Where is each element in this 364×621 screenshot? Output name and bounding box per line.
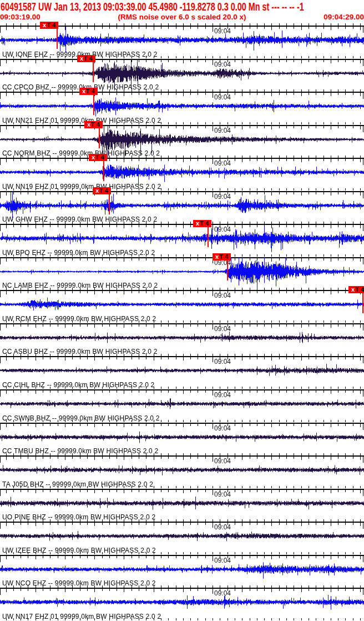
time-grid-label: 09:04 [214, 557, 231, 564]
time-grid-label: 09:04 [214, 27, 231, 35]
arrival-pick-line[interactable] [227, 261, 228, 281]
trace-panel-nn17: 09:04UW NN17 EHZ 01 99999.0km BW HIGHPAS… [0, 588, 364, 621]
trace-panel-cpco: 09:04CC CPCO BHZ -- 99999.0km BW HIGHPAS… [0, 59, 364, 92]
arrival-pick-line[interactable] [93, 62, 94, 82]
station-label: UW NCO EHZ -- 99999.0km BW HIGHPASS 2.0 … [2, 579, 156, 587]
trace-panel-nn21: 09:04UW NN21 EHZ 01 99999.0km BW HIGHPAS… [0, 92, 364, 125]
station-label: CC CIHL BHZ -- 99999.0km BW HIGHPASS 2.0… [2, 381, 154, 389]
station-label: UW BPO EHZ -- 99999.0km BW HIGHPASS 2.0 … [2, 249, 155, 257]
station-label: UO PINE BHZ -- 99999.0km BW HIGHPASS 2.0… [2, 513, 155, 521]
station-label: UW IZEE BHZ -- 99999.0km BW HIGHPASS 2.0… [2, 547, 156, 554]
trace-panel-ghw: 09:04UW GHW EHZ -- 99999.0km BW HIGHPASS… [0, 191, 364, 224]
flag-text-rest: T 4 [91, 121, 100, 128]
header: 60491587 UW Jan 13, 2013 09:03:39.00 45.… [0, 0, 364, 22]
trace-panel-swnb: 09:04CC SWNB BHZ -- 99999.0km BW HIGHPAS… [0, 389, 364, 423]
trace-panel-pine: 09:04UO PINE BHZ -- 99999.0km BW HIGHPAS… [0, 489, 364, 522]
trace-panel-j05d: 09:04TA J05D BHZ -- 99999.0km BW HIGHPAS… [0, 455, 364, 489]
flag-text-rest: T 4 [355, 286, 364, 293]
station-label: UW NN19 EHZ 01 99999.0km BW HIGHPASS 2.0… [2, 183, 161, 191]
trace-panel-nqrm: 09:04CC NQRM BHZ -- 99999.0km BW HIGHPAS… [0, 125, 364, 158]
time-grid-label: 09:04 [214, 325, 231, 333]
arrival-pick-flag[interactable]: xT 4 [77, 55, 95, 62]
arrival-pick-flag[interactable]: xT 4 [93, 187, 111, 194]
flag-text-rest: T 4 [99, 187, 108, 194]
time-grid-label: 09:04 [214, 457, 231, 465]
time-grid-label: 09:04 [214, 292, 231, 299]
arrival-pick-line[interactable] [103, 161, 104, 181]
time-grid-label: 09:04 [214, 193, 231, 201]
time-grid-label: 09:04 [214, 391, 231, 399]
trace-panel-izee: 09:04UW IZEE BHZ -- 99999.0km BW HIGHPAS… [0, 522, 364, 555]
flag-text-rest: T 4 [84, 55, 93, 62]
arrival-pick-flag[interactable]: xT 4 [89, 154, 107, 161]
arrival-pick-flag[interactable]: xT 4 [84, 121, 103, 128]
station-label: UW NN17 EHZ 01 99999.0km BW HIGHPASS 2.0… [2, 613, 161, 620]
arrival-pick-line[interactable] [93, 95, 94, 115]
station-label: UW GHW EHZ -- 99999.0km BW HIGHPASS 2.0 … [2, 216, 157, 223]
time-grid-label: 09:04 [214, 61, 231, 68]
arrival-pick-line[interactable] [208, 227, 209, 247]
arrival-pick-flag[interactable]: xT 4 [79, 88, 98, 95]
station-label: CC SWNB BHZ -- 99999.0km BW HIGHPASS 2.0… [2, 414, 160, 422]
trace-panel-nco: 09:04UW NCO EHZ -- 99999.0km BW HIGHPASS… [0, 555, 364, 588]
seismogram-window: 60491587 UW Jan 13, 2013 09:03:39.00 45.… [0, 0, 364, 621]
trace-panel-nn19: 09:04UW NN19 EHZ 01 99999.0km BW HIGHPAS… [0, 158, 364, 191]
station-label: CC ASBU BHZ -- 99999.0km BW HIGHPASS 2.0… [2, 348, 158, 355]
flag-text-rest: T 4 [47, 22, 55, 28]
scale-note: (RMS noise over 6.0 s scaled 20.0 x) [118, 13, 246, 21]
arrival-pick-line[interactable] [362, 293, 363, 313]
trace-panel-lamb: 09:04NC LAMB EHZ -- 99999.0km BW HIGHPAS… [0, 257, 364, 291]
time-grid-label: 09:04 [214, 127, 231, 134]
flag-text-rest: T 4 [200, 220, 209, 227]
time-grid-label: 09:04 [214, 490, 231, 498]
station-label: CC TMBU BHZ -- 99999.0km BW HIGHPASS 2.0… [2, 447, 158, 455]
time-grid-label: 09:04 [214, 93, 231, 101]
time-grid-label: 09:04 [214, 159, 231, 167]
flag-text-rest: T 4 [219, 253, 228, 260]
arrival-pick-flag[interactable]: xT 4 [193, 220, 211, 227]
time-grid-label: 09:04 [214, 226, 231, 233]
arrival-pick-flag[interactable]: xT 4 [213, 253, 231, 261]
arrival-pick-flag[interactable]: xT 4 [348, 286, 364, 293]
trace-panel-rcm: 09:04UW RCM EHZ -- 99999.0km BW HIGHPASS… [0, 290, 364, 323]
flag-text-rest: T 4 [95, 154, 104, 161]
station-label: UW NN21 EHZ 01 99999.0km BW HIGHPASS 2.0… [2, 117, 161, 124]
trace-panel-bpo: 09:04UW BPO EHZ -- 99999.0km BW HIGHPASS… [0, 224, 364, 257]
arrival-pick-line[interactable] [99, 128, 100, 148]
trace-panel-ione: 09:04UW IONE EHZ -- 99999.0km BW HIGHPAS… [0, 26, 364, 59]
arrival-pick-line[interactable] [109, 194, 110, 214]
window-start-time: 09:03:19.00 [0, 13, 41, 21]
station-label: NC LAMB EHZ -- 99999.0km BW HIGHPASS 2.0… [2, 282, 158, 289]
trace-panel-cihl: 09:04CC CIHL BHZ -- 99999.0km BW HIGHPAS… [0, 356, 364, 389]
trace-panel-asbu: 09:04CC ASBU BHZ -- 99999.0km BW HIGHPAS… [0, 323, 364, 357]
station-label: CC NQRM BHZ -- 99999.0km BW HIGHPASS 2.0… [2, 149, 160, 157]
time-grid-label: 09:04 [214, 589, 231, 597]
station-label: TA J05D BHZ -- 99999.0km BW HIGHPASS 2.0… [2, 480, 153, 488]
arrival-pick-flag[interactable]: xT 4 [40, 22, 58, 29]
trace-panel-tmbu: 09:04CC TMBU BHZ -- 99999.0km BW HIGHPAS… [0, 423, 364, 456]
time-window-bar: 09:03:19.00 (RMS noise over 6.0 s scaled… [0, 13, 364, 21]
time-grid-label: 09:04 [214, 424, 231, 432]
station-label: UW RCM EHZ -- 99999.0km BW HIGHPASS 2.0 … [2, 315, 156, 323]
window-end-time: 09:04:29.00 [323, 13, 364, 21]
arrival-pick-line[interactable] [57, 29, 58, 49]
event-summary-line: 60491587 UW Jan 13, 2013 09:03:39.00 45.… [1, 1, 304, 13]
time-grid-label: 09:04 [214, 358, 231, 365]
trace-panels: 09:04UW IONE EHZ -- 99999.0km BW HIGHPAS… [0, 26, 364, 621]
time-grid-label: 09:04 [214, 523, 231, 531]
flag-text-rest: T 4 [86, 88, 95, 94]
